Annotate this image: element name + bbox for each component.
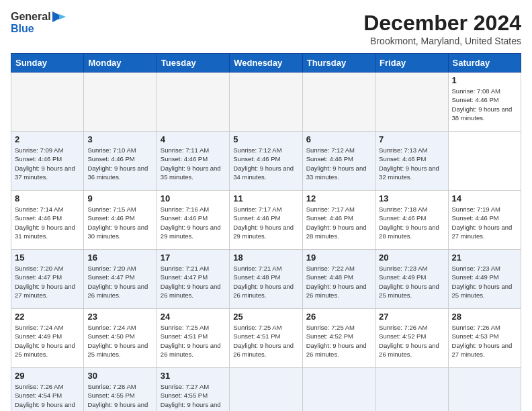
- calendar-week-row: 22Sunrise: 7:24 AMSunset: 4:49 PMDayligh…: [11, 309, 521, 368]
- calendar-week-row: 8Sunrise: 7:14 AMSunset: 4:46 PMDaylight…: [11, 191, 521, 250]
- table-row: 6Sunrise: 7:12 AMSunset: 4:46 PMDaylight…: [302, 132, 375, 191]
- day-number: 27: [379, 312, 444, 322]
- table-row: [84, 73, 157, 132]
- day-info: Sunrise: 7:17 AMSunset: 4:46 PMDaylight:…: [233, 205, 298, 240]
- day-info: Sunrise: 7:26 AMSunset: 4:52 PMDaylight:…: [379, 323, 444, 359]
- day-info: Sunrise: 7:24 AMSunset: 4:49 PMDaylight:…: [15, 323, 80, 359]
- day-info: Sunrise: 7:17 AMSunset: 4:46 PMDaylight:…: [306, 205, 371, 240]
- day-info: Sunrise: 7:16 AMSunset: 4:46 PMDaylight:…: [161, 205, 226, 240]
- day-number: 25: [233, 312, 298, 322]
- day-number: 4: [161, 134, 226, 144]
- col-wednesday: Wednesday: [230, 54, 302, 73]
- day-number: 9: [87, 193, 152, 203]
- day-info: Sunrise: 7:26 AMSunset: 4:55 PMDaylight:…: [87, 382, 152, 411]
- day-number: 5: [233, 134, 298, 144]
- table-row: 3Sunrise: 7:10 AMSunset: 4:46 PMDaylight…: [84, 132, 157, 191]
- col-thursday: Thursday: [302, 54, 375, 73]
- day-number: 11: [233, 193, 298, 203]
- table-row: [448, 368, 521, 412]
- calendar: Sunday Monday Tuesday Wednesday Thursday…: [11, 53, 521, 411]
- table-row: 24Sunrise: 7:25 AMSunset: 4:51 PMDayligh…: [157, 309, 229, 368]
- title-area: December 2024 Brookmont, Maryland, Unite…: [363, 11, 521, 46]
- table-row: 26Sunrise: 7:25 AMSunset: 4:52 PMDayligh…: [302, 309, 375, 368]
- day-number: 14: [452, 193, 517, 203]
- day-number: 21: [452, 253, 517, 263]
- day-info: Sunrise: 7:23 AMSunset: 4:49 PMDaylight:…: [452, 264, 517, 300]
- day-number: 30: [87, 371, 152, 381]
- day-number: 7: [379, 134, 444, 144]
- day-info: Sunrise: 7:11 AMSunset: 4:46 PMDaylight:…: [161, 146, 226, 181]
- table-row: 30Sunrise: 7:26 AMSunset: 4:55 PMDayligh…: [84, 368, 157, 412]
- table-row: 29Sunrise: 7:26 AMSunset: 4:54 PMDayligh…: [11, 368, 84, 412]
- table-row: [302, 368, 375, 412]
- table-row: 31Sunrise: 7:27 AMSunset: 4:55 PMDayligh…: [157, 368, 229, 412]
- table-row: 27Sunrise: 7:26 AMSunset: 4:52 PMDayligh…: [375, 309, 448, 368]
- day-info: Sunrise: 7:09 AMSunset: 4:46 PMDaylight:…: [15, 146, 80, 181]
- day-number: 26: [306, 312, 371, 322]
- day-number: 24: [161, 312, 226, 322]
- day-info: Sunrise: 7:10 AMSunset: 4:46 PMDaylight:…: [87, 146, 152, 181]
- table-row: 18Sunrise: 7:21 AMSunset: 4:48 PMDayligh…: [230, 250, 302, 309]
- col-sunday: Sunday: [11, 54, 84, 73]
- day-info: Sunrise: 7:21 AMSunset: 4:47 PMDaylight:…: [161, 264, 226, 300]
- day-number: 6: [306, 134, 371, 144]
- table-row: 11Sunrise: 7:17 AMSunset: 4:46 PMDayligh…: [230, 191, 302, 250]
- day-info: Sunrise: 7:24 AMSunset: 4:50 PMDaylight:…: [87, 323, 152, 359]
- table-row: [11, 73, 84, 132]
- table-row: 13Sunrise: 7:18 AMSunset: 4:46 PMDayligh…: [375, 191, 448, 250]
- table-row: 19Sunrise: 7:22 AMSunset: 4:48 PMDayligh…: [302, 250, 375, 309]
- table-row: [230, 73, 302, 132]
- day-number: 3: [87, 134, 152, 144]
- day-number: 19: [306, 253, 371, 263]
- table-row: 12Sunrise: 7:17 AMSunset: 4:46 PMDayligh…: [302, 191, 375, 250]
- header: GeneralBlue December 2024 Brookmont, Mar…: [11, 11, 521, 46]
- table-row: [375, 73, 448, 132]
- day-info: Sunrise: 7:19 AMSunset: 4:46 PMDaylight:…: [452, 205, 517, 240]
- calendar-week-row: 29Sunrise: 7:26 AMSunset: 4:54 PMDayligh…: [11, 368, 521, 412]
- day-number: 18: [233, 253, 298, 263]
- month-title: December 2024: [363, 11, 521, 36]
- table-row: [230, 368, 302, 412]
- table-row: 4Sunrise: 7:11 AMSunset: 4:46 PMDaylight…: [157, 132, 229, 191]
- day-number: 22: [15, 312, 80, 322]
- table-row: 14Sunrise: 7:19 AMSunset: 4:46 PMDayligh…: [448, 191, 521, 250]
- table-row: 20Sunrise: 7:23 AMSunset: 4:49 PMDayligh…: [375, 250, 448, 309]
- day-info: Sunrise: 7:20 AMSunset: 4:47 PMDaylight:…: [87, 264, 152, 300]
- table-row: 8Sunrise: 7:14 AMSunset: 4:46 PMDaylight…: [11, 191, 84, 250]
- day-number: 28: [452, 312, 517, 322]
- table-row: 16Sunrise: 7:20 AMSunset: 4:47 PMDayligh…: [84, 250, 157, 309]
- day-info: Sunrise: 7:22 AMSunset: 4:48 PMDaylight:…: [306, 264, 371, 300]
- table-row: 22Sunrise: 7:24 AMSunset: 4:49 PMDayligh…: [11, 309, 84, 368]
- day-info: Sunrise: 7:15 AMSunset: 4:46 PMDaylight:…: [87, 205, 152, 240]
- table-row: 15Sunrise: 7:20 AMSunset: 4:47 PMDayligh…: [11, 250, 84, 309]
- day-number: 10: [161, 193, 226, 203]
- table-row: 1Sunrise: 7:08 AMSunset: 4:46 PMDaylight…: [448, 73, 521, 132]
- table-row: 7Sunrise: 7:13 AMSunset: 4:46 PMDaylight…: [375, 132, 448, 191]
- day-info: Sunrise: 7:14 AMSunset: 4:46 PMDaylight:…: [15, 205, 80, 240]
- calendar-header-row: Sunday Monday Tuesday Wednesday Thursday…: [11, 54, 521, 73]
- table-row: [302, 73, 375, 132]
- table-row: 5Sunrise: 7:12 AMSunset: 4:46 PMDaylight…: [230, 132, 302, 191]
- table-row: 10Sunrise: 7:16 AMSunset: 4:46 PMDayligh…: [157, 191, 229, 250]
- day-info: Sunrise: 7:12 AMSunset: 4:46 PMDaylight:…: [306, 146, 371, 181]
- day-number: 2: [15, 134, 80, 144]
- day-info: Sunrise: 7:21 AMSunset: 4:48 PMDaylight:…: [233, 264, 298, 300]
- day-info: Sunrise: 7:26 AMSunset: 4:54 PMDaylight:…: [15, 382, 80, 411]
- day-info: Sunrise: 7:13 AMSunset: 4:46 PMDaylight:…: [379, 146, 444, 181]
- day-number: 1: [452, 75, 517, 85]
- table-row: 2Sunrise: 7:09 AMSunset: 4:46 PMDaylight…: [11, 132, 84, 191]
- location: Brookmont, Maryland, United States: [363, 36, 521, 46]
- day-info: Sunrise: 7:25 AMSunset: 4:52 PMDaylight:…: [306, 323, 371, 359]
- calendar-week-row: 2Sunrise: 7:09 AMSunset: 4:46 PMDaylight…: [11, 132, 521, 191]
- svg-marker-1: [59, 14, 66, 19]
- table-row: 25Sunrise: 7:25 AMSunset: 4:51 PMDayligh…: [230, 309, 302, 368]
- day-number: 15: [15, 253, 80, 263]
- col-monday: Monday: [84, 54, 157, 73]
- day-number: 17: [161, 253, 226, 263]
- table-row: 17Sunrise: 7:21 AMSunset: 4:47 PMDayligh…: [157, 250, 229, 309]
- day-number: 31: [161, 371, 226, 381]
- table-row: 21Sunrise: 7:23 AMSunset: 4:49 PMDayligh…: [448, 250, 521, 309]
- day-number: 29: [15, 371, 80, 381]
- table-row: [375, 368, 448, 412]
- logo: GeneralBlue: [11, 11, 66, 34]
